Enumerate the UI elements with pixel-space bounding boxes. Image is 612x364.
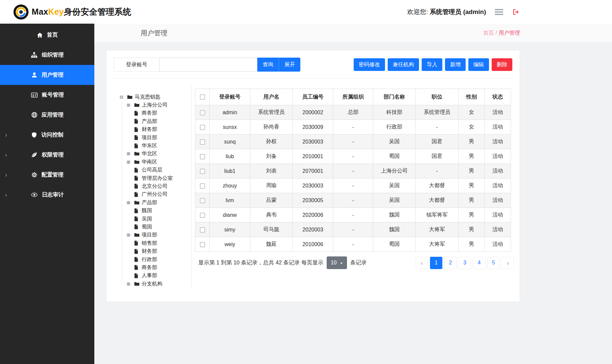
tree-node[interactable]: ⊞上海分公司 [120, 101, 191, 109]
logout-icon[interactable] [512, 8, 520, 16]
tree-toggle-icon[interactable]: ⊞ [127, 160, 134, 165]
tree-node[interactable]: ⊞华北区 [120, 150, 191, 158]
tree-node[interactable]: 北京分公司 [120, 182, 191, 190]
edit-button[interactable]: 编辑 [468, 58, 489, 71]
expand-button[interactable]: 展开 [279, 58, 300, 72]
table-row[interactable]: dianw典韦2020006-魏国镇军将军男活动 [195, 208, 511, 222]
file-icon [134, 249, 141, 254]
login-account-input[interactable] [159, 58, 257, 72]
table-row[interactable]: admin系统管理员2000002总部科技部系统管理员女活动 [195, 105, 511, 120]
concurrent-org-button[interactable]: 兼任机构 [388, 58, 419, 71]
tree-toggle-icon[interactable]: ⊞ [127, 281, 134, 286]
table-row[interactable]: liub刘备2010001-蜀国国君男活动 [195, 149, 511, 164]
row-checkbox[interactable] [200, 242, 205, 247]
tree-node[interactable]: ⊞项目部 [120, 231, 191, 239]
breadcrumb-home[interactable]: 首页 [483, 30, 494, 36]
tree-toggle-icon[interactable]: ⊞ [127, 200, 134, 205]
page-title: 用户管理 [141, 29, 167, 38]
table-cell: 魏国 [373, 208, 416, 222]
row-checkbox[interactable] [200, 183, 205, 188]
sidebar-item-perm[interactable]: ›权限管理 [0, 145, 94, 165]
tree-node[interactable]: 华东区 [120, 142, 191, 150]
tree-node[interactable]: 财务部 [120, 126, 191, 134]
tree-node[interactable]: 商务部 [120, 263, 191, 271]
tree-node[interactable]: 广州分公司 [120, 190, 191, 198]
prev-page-button[interactable]: ‹ [416, 257, 428, 269]
row-checkbox[interactable] [200, 140, 205, 145]
chevron-right-icon: › [5, 151, 7, 159]
table-cell: 孙权 [250, 135, 293, 149]
tree-node[interactable]: 人事部 [120, 272, 191, 280]
row-checkbox[interactable] [200, 169, 205, 174]
table-cell: 周瑜 [250, 179, 293, 193]
tree-node[interactable]: ⊟马克思钥匙 [120, 93, 191, 101]
tree-node[interactable]: 魏国 [120, 206, 191, 214]
table-row[interactable]: liub1刘表2070001-上海分公司-男活动 [195, 164, 511, 179]
page-button-3[interactable]: 3 [459, 257, 471, 269]
tree-node[interactable]: ⊞产品部 [120, 198, 191, 206]
table-cell: zhouy [210, 179, 250, 193]
tree-node[interactable]: 项目部 [120, 134, 191, 142]
row-checkbox[interactable] [200, 213, 205, 218]
table-row[interactable]: sunq孙权2030003-吴国国君男活动 [195, 135, 511, 149]
row-checkbox[interactable] [200, 110, 205, 115]
import-button[interactable]: 导入 [422, 58, 442, 71]
tree-node[interactable]: ⊞分支机构 [120, 280, 191, 288]
tree-node[interactable]: 蜀国 [120, 223, 191, 231]
table-cell: 2030005 [293, 193, 333, 208]
delete-button[interactable]: 删除 [492, 58, 512, 71]
brand-title: MaxKey身份安全管理系统 [32, 6, 131, 17]
tree-node[interactable]: 产品部 [120, 117, 191, 125]
table-cell: 男 [459, 193, 485, 208]
tree-node[interactable]: 商务部 [120, 109, 191, 117]
sidebar-item-audit[interactable]: ›日志审计 [0, 185, 94, 205]
tree-node[interactable]: 公司高层 [120, 166, 191, 174]
tree-node[interactable]: 行政部 [120, 255, 191, 263]
tree-node[interactable]: 吴国 [120, 215, 191, 223]
table-row[interactable]: sunsx孙尚香2030009-行政部-女活动 [195, 120, 511, 135]
row-checkbox[interactable] [200, 125, 205, 130]
sidebar-item-config[interactable]: ›配置管理 [0, 165, 94, 185]
change-password-button[interactable]: 密码修改 [354, 58, 385, 71]
tree-toggle-icon[interactable]: ⊞ [127, 151, 134, 156]
sidebar-item-org[interactable]: 组织管理 [0, 45, 94, 65]
menu-icon[interactable] [495, 9, 503, 15]
table-cell: 活动 [485, 179, 511, 193]
table-cell: - [416, 120, 459, 135]
row-checkbox[interactable] [200, 154, 205, 159]
file-icon [134, 135, 141, 140]
page-size-dropdown[interactable]: 10▲ [327, 256, 347, 269]
row-checkbox[interactable] [200, 198, 205, 203]
table-row[interactable]: zhouy周瑜2030003-吴国大都督男活动 [195, 179, 511, 193]
sidebar-item-access[interactable]: ›访问控制 [0, 125, 94, 145]
org-tree: ⊟马克思钥匙⊞上海分公司商务部产品部财务部项目部华东区⊞华北区⊞华南区公司高层管… [113, 86, 192, 288]
tree-node[interactable]: ⊞华南区 [120, 158, 191, 166]
tree-node[interactable]: 销售部 [120, 239, 191, 247]
file-icon [134, 273, 141, 278]
sidebar-item-app[interactable]: 应用管理 [0, 105, 94, 125]
sidebar-item-home[interactable]: 首页 [0, 25, 94, 45]
tree-toggle-icon[interactable]: ⊟ [120, 95, 127, 100]
sidebar-item-account[interactable]: 账号管理 [0, 85, 94, 105]
page-button-1[interactable]: 1 [430, 257, 442, 269]
tree-node[interactable]: 财务部 [120, 247, 191, 255]
next-page-button[interactable]: › [502, 257, 514, 269]
tree-toggle-icon[interactable]: ⊞ [127, 232, 134, 237]
breadcrumb: 首页/用户管理 [483, 30, 520, 37]
row-checkbox[interactable] [200, 227, 205, 232]
tree-node[interactable]: 管理层办公室 [120, 174, 191, 182]
page-button-2[interactable]: 2 [444, 257, 457, 269]
table-cell: - [333, 135, 373, 149]
table-row[interactable]: weiy魏延2010006-蜀国大将军男活动 [195, 237, 511, 252]
select-all-checkbox[interactable] [200, 95, 205, 100]
table-row[interactable]: lvm吕蒙2030005-吴国大都督男活动 [195, 193, 511, 208]
tree-toggle-icon[interactable]: ⊞ [127, 103, 134, 108]
sidebar-item-user[interactable]: 用户管理 [0, 65, 94, 85]
page-button-4[interactable]: 4 [473, 257, 485, 269]
chevron-right-icon: › [5, 191, 7, 198]
query-button[interactable]: 查询 [257, 58, 279, 72]
page-button-5[interactable]: 5 [487, 257, 500, 269]
table-row[interactable]: simy司马懿2020003-魏国大将军男活动 [195, 222, 511, 237]
add-button[interactable]: 新增 [445, 58, 466, 71]
row-select-cell [195, 105, 210, 120]
